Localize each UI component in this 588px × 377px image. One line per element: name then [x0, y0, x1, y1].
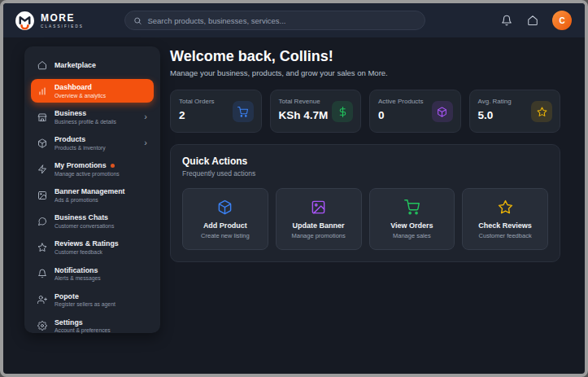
action-label: Add Product: [203, 221, 247, 230]
promotions-badge-dot: [111, 164, 115, 168]
sidebar-item-sublabel: Ads & promotions: [54, 197, 125, 203]
star-icon: [37, 243, 47, 252]
search-icon: [133, 16, 142, 25]
more-logo-icon: [15, 11, 35, 31]
brand-title: MORE: [41, 13, 84, 23]
sidebar-item-popote[interactable]: Popote Register sellers as agent: [31, 288, 154, 312]
sidebar-item-sublabel: Customer feedback: [54, 249, 119, 255]
sidebar-item-settings[interactable]: Settings Account & preferences: [31, 314, 154, 338]
page-subtitle: Manage your business, products, and grow…: [170, 68, 560, 77]
home-icon[interactable]: [526, 14, 539, 27]
zap-icon: [37, 164, 47, 174]
view-orders-button[interactable]: View Orders Manage sales: [369, 188, 455, 250]
sidebar-item-sublabel: Products & inventory: [54, 145, 106, 151]
sidebar-item-sublabel: Business profile & details: [54, 119, 116, 125]
sidebar-item-sublabel: Account & preferences: [54, 327, 111, 333]
stat-card-avg-rating: Avg. Rating 5.0: [469, 90, 561, 133]
sidebar-item-label: Dashboard: [54, 83, 106, 91]
quick-actions-panel: Quick Actions Frequently used actions Ad…: [170, 144, 560, 262]
sidebar-item-sublabel: Customer conversations: [54, 223, 114, 229]
chevron-right-icon: ›: [144, 138, 147, 147]
chat-icon: [37, 217, 47, 226]
sidebar-item-sublabel: Alerts & messages: [54, 275, 101, 281]
sidebar-item-reviews-ratings[interactable]: Reviews & Ratings Customer feedback: [31, 235, 154, 259]
dollar-icon: [332, 101, 353, 122]
bar-chart-icon: [37, 86, 47, 96]
sidebar-item-sublabel: Manage active promotions: [54, 171, 120, 177]
stat-card-total-orders: Total Orders 2: [170, 90, 262, 133]
gear-icon: [37, 321, 47, 331]
sidebar-item-label: Reviews & Ratings: [54, 239, 119, 248]
sidebar-item-my-promotions[interactable]: My Promotions Manage active promotions: [31, 157, 154, 181]
stat-card-active-products: Active Products 0: [369, 90, 461, 133]
storefront-icon: [37, 112, 47, 122]
quick-actions-subtitle: Frequently used actions: [182, 169, 548, 178]
page-title: Welcome back, Collins!: [170, 48, 560, 65]
update-banner-button[interactable]: Update Banner Manage promotions: [276, 188, 362, 250]
sidebar-item-sublabel: Register sellers as agent: [54, 301, 115, 307]
sidebar-item-notifications[interactable]: Notifications Alerts & messages: [31, 262, 154, 286]
sidebar-item-label: Marketplace: [54, 61, 96, 69]
brand-subtitle: CLASSIFIEDS: [41, 24, 84, 28]
sidebar-item-dashboard[interactable]: Dashboard Overview & analytics: [31, 79, 154, 103]
sidebar-item-label: Notifications: [54, 266, 101, 274]
cart-icon: [404, 199, 420, 215]
sidebar-item-marketplace[interactable]: Marketplace: [31, 54, 154, 77]
notifications-bell-icon[interactable]: [500, 14, 513, 27]
stat-card-total-revenue: Total Revenue KSh 4.7M: [270, 90, 362, 133]
package-icon: [217, 199, 233, 215]
home-icon: [37, 60, 47, 70]
sidebar-item-products[interactable]: Products Products & inventory ›: [31, 131, 154, 155]
action-sublabel: Create new listing: [201, 232, 250, 239]
sidebar-item-label: My Promotions: [54, 161, 120, 169]
package-icon: [37, 138, 47, 148]
sidebar-item-business-chats[interactable]: Business Chats Customer conversations: [31, 209, 154, 233]
app-window: MORE CLASSIFIEDS C: [0, 0, 588, 377]
sidebar-item-sublabel: Overview & analytics: [54, 93, 106, 99]
action-label: Check Reviews: [478, 221, 532, 230]
sidebar-item-label: Business: [54, 109, 116, 117]
user-plus-icon: [37, 295, 47, 305]
action-label: View Orders: [390, 221, 433, 230]
topbar-actions: C: [500, 11, 572, 30]
quick-actions-row: Add Product Create new listing Update Ba…: [182, 188, 548, 250]
sidebar-item-label: Banner Management: [54, 187, 125, 195]
quick-actions-title: Quick Actions: [182, 156, 548, 167]
package-icon: [432, 101, 453, 122]
sidebar-item-label: Popote: [54, 292, 115, 300]
main-content: Welcome back, Collins! Manage your busin…: [170, 46, 560, 333]
search-bar[interactable]: [124, 11, 425, 30]
sidebar-item-label: Business Chats: [54, 213, 114, 221]
check-reviews-button[interactable]: Check Reviews Customer feedback: [462, 188, 548, 250]
action-sublabel: Manage sales: [393, 232, 431, 239]
image-icon: [311, 199, 326, 215]
action-sublabel: Manage promotions: [291, 232, 345, 239]
action-label: Update Banner: [293, 221, 345, 230]
top-bar: MORE CLASSIFIEDS C: [3, 3, 585, 37]
search-input[interactable]: [147, 16, 416, 25]
sidebar-item-label: Settings: [54, 318, 111, 327]
star-icon: [498, 199, 513, 215]
sidebar-item-banner-management[interactable]: Banner Management Ads & promotions: [31, 183, 154, 207]
bell-icon: [37, 269, 47, 278]
user-avatar[interactable]: C: [552, 11, 572, 30]
action-sublabel: Customer feedback: [479, 232, 532, 239]
content-area: Marketplace Dashboard Overview & analyti…: [3, 37, 585, 333]
image-icon: [37, 191, 47, 200]
sidebar-item-business[interactable]: Business Business profile & details ›: [31, 105, 154, 129]
sidebar: Marketplace Dashboard Overview & analyti…: [24, 46, 160, 333]
star-icon: [531, 101, 552, 122]
stats-row: Total Orders 2 Total Revenue KSh 4.7M Ac…: [170, 90, 560, 133]
add-product-button[interactable]: Add Product Create new listing: [182, 188, 268, 250]
chevron-right-icon: ›: [144, 112, 147, 121]
cart-icon: [233, 101, 254, 122]
brand-logo[interactable]: MORE CLASSIFIEDS: [15, 11, 84, 31]
sidebar-item-label: Products: [54, 135, 106, 143]
